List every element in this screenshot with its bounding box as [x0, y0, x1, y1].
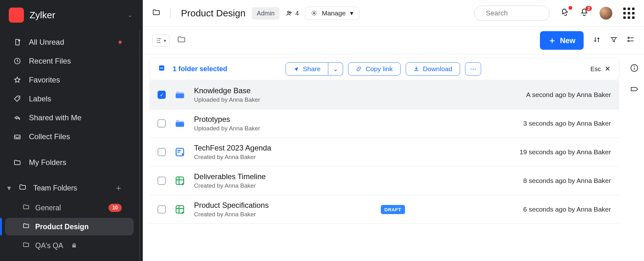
selection-checkbox-indicator[interactable]	[158, 65, 165, 73]
sidebar-item-favorites[interactable]: Favorites	[0, 71, 142, 89]
sidebar-item-label: Favorites	[29, 76, 60, 84]
add-team-folder-button[interactable]: ＋	[114, 182, 123, 194]
manage-button[interactable]: Manage ▾	[305, 7, 359, 20]
folder-path-button[interactable]	[177, 35, 186, 46]
avatar[interactable]	[599, 7, 613, 20]
folder-icon	[13, 159, 22, 166]
view-options-button[interactable]	[627, 36, 635, 45]
sheet-icon	[173, 204, 186, 214]
team-folder-product-design[interactable]: Product Design	[5, 218, 134, 235]
file-subtitle: Created by Anna Baker	[194, 154, 271, 161]
svg-point-13	[290, 12, 291, 13]
labels-button[interactable]	[630, 85, 638, 94]
file-meta: A second ago by Anna Baker	[526, 91, 611, 99]
file-subtitle: Created by Anna Baker	[194, 211, 269, 218]
folder-icon	[23, 203, 30, 212]
row-checkbox[interactable]	[158, 205, 166, 213]
file-row[interactable]: Deliverables Timeline Created by Anna Ba…	[149, 167, 619, 195]
svg-point-8	[18, 39, 20, 41]
close-selection-button[interactable]: ✕	[605, 65, 610, 73]
share-dropdown-button[interactable]: ⌄	[328, 62, 343, 76]
sidebar-item-labels[interactable]: Labels	[0, 89, 142, 108]
svg-point-12	[288, 11, 290, 13]
file-row[interactable]: Product Specifications Created by Anna B…	[149, 195, 619, 224]
admin-badge: Admin	[252, 7, 280, 20]
reply-icon	[13, 114, 22, 122]
file-unread-icon	[13, 38, 22, 46]
caret-down-icon: ▾	[6, 184, 12, 192]
draft-badge: DRAFT	[381, 205, 405, 214]
caret-down-icon: ▾	[350, 9, 353, 17]
file-name: Knowledge Base	[194, 86, 260, 95]
file-row[interactable]: ✓ Knowledge Base Uploaded by Anna Baker …	[149, 81, 619, 109]
row-checkbox[interactable]	[158, 119, 166, 128]
svg-point-10	[18, 97, 19, 98]
file-meta: 3 seconds ago by Anna Baker	[523, 120, 611, 127]
copy-link-button[interactable]: Copy link	[348, 62, 400, 76]
filter-button[interactable]	[610, 36, 618, 45]
more-actions-button[interactable]: ⋯	[465, 62, 481, 76]
svg-point-14	[314, 13, 315, 14]
sidebar-item-all-unread[interactable]: All Unread	[0, 33, 142, 52]
team-folder-label: QA's QA	[35, 241, 63, 250]
team-folder-general[interactable]: General 10	[0, 199, 142, 217]
search-input[interactable]	[474, 6, 550, 21]
file-name: Deliverables Timeline	[194, 172, 266, 181]
tree-view-button[interactable]: ▾	[152, 35, 169, 47]
file-subtitle: Created by Anna Baker	[194, 182, 266, 189]
team-folder-icon	[19, 183, 26, 193]
file-subtitle: Uploaded by Anna Baker	[194, 125, 260, 132]
activity-dot	[569, 6, 572, 10]
plus-icon: ＋	[548, 35, 556, 46]
unread-dot	[119, 41, 122, 44]
inbox-icon	[13, 133, 22, 140]
chevron-down-icon: ⌄	[128, 12, 132, 19]
row-checkbox[interactable]: ✓	[158, 91, 166, 99]
page-title: Product Design	[181, 8, 246, 19]
svg-rect-25	[160, 68, 163, 68]
info-button[interactable]	[630, 64, 638, 73]
team-folder-qa[interactable]: QA's QA 🔒︎	[0, 237, 142, 254]
file-meta: 8 seconds ago by Anna Baker	[523, 177, 611, 184]
sidebar-item-label: Shared with Me	[29, 113, 81, 122]
file-row[interactable]: TechFest 2023 Agenda Created by Anna Bak…	[149, 138, 619, 167]
apps-grid-button[interactable]	[623, 8, 635, 19]
notifications-badge: 2	[586, 6, 592, 11]
caret-down-icon: ▾	[164, 38, 166, 43]
sidebar-item-shared-with-me[interactable]: Shared with Me	[0, 108, 142, 127]
file-row[interactable]: Prototypes Uploaded by Anna Baker 3 seco…	[149, 109, 619, 138]
file-meta: 6 seconds ago by Anna Baker	[523, 206, 611, 213]
sidebar-item-recent-files[interactable]: Recent Files	[0, 52, 142, 71]
main: │ Product Design Admin 4 Manage ▾	[143, 0, 644, 261]
download-button[interactable]: Download	[406, 62, 460, 76]
activity-bell-button[interactable]	[560, 8, 569, 19]
share-button[interactable]: Share	[286, 62, 328, 76]
selection-text: 1 folder selected	[173, 65, 227, 73]
search-field[interactable]	[486, 9, 572, 17]
file-name: Prototypes	[194, 115, 260, 124]
members-count[interactable]: 4	[286, 10, 299, 17]
svg-point-22	[634, 66, 635, 67]
breadcrumb-root-icon[interactable]	[152, 8, 160, 18]
sidebar-item-label: Recent Files	[29, 57, 71, 65]
members-count-value: 4	[295, 10, 299, 17]
row-checkbox[interactable]	[158, 148, 166, 156]
file-subtitle: Uploaded by Anna Baker	[194, 96, 260, 103]
content: 1 folder selected Share ⌄ Copy link	[143, 54, 644, 261]
lock-icon: 🔒︎	[71, 242, 77, 249]
star-icon	[13, 76, 22, 84]
folder-icon	[23, 241, 30, 250]
sidebar-section-team-folders[interactable]: ▾ Team Folders ＋	[0, 177, 142, 199]
brand-name: Zylker	[30, 10, 55, 20]
clock-icon	[13, 57, 22, 65]
sidebar-item-my-folders[interactable]: My Folders	[0, 153, 142, 172]
row-checkbox[interactable]	[158, 177, 166, 185]
new-button[interactable]: ＋ New	[540, 31, 584, 50]
sidebar-item-label: All Unread	[29, 38, 64, 47]
notifications-bell-button[interactable]: 2	[580, 8, 589, 19]
workspace-switcher[interactable]: Zylker ⌄	[0, 0, 142, 30]
sidebar-item-collect-files[interactable]: Collect Files	[0, 127, 142, 146]
sort-button[interactable]	[593, 36, 601, 45]
file-list: ✓ Knowledge Base Uploaded by Anna Baker …	[149, 80, 619, 224]
folder-icon	[173, 90, 186, 100]
